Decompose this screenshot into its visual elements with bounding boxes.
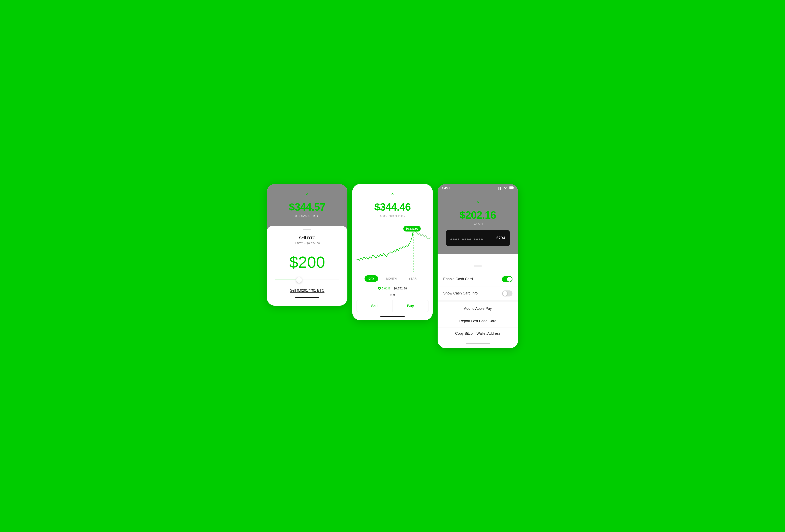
slider-track[interactable] bbox=[275, 280, 339, 281]
location-icon: ✈ bbox=[449, 187, 451, 189]
home-indicator-2 bbox=[380, 316, 405, 317]
add-to-apple-pay-row[interactable]: Add to Apple Pay bbox=[437, 302, 518, 315]
page-dot-2 bbox=[393, 294, 395, 296]
current-price: $6,852.38 bbox=[394, 287, 407, 290]
card-dot-group-3 bbox=[474, 239, 483, 240]
cash-card-header: 9:43 ✈ ▌▌ ^ $202.16 CASH bbox=[437, 184, 518, 254]
sell-button[interactable]: Sell bbox=[356, 300, 392, 312]
screens-container: ^ $344.57 0.05026901 BTC Sell BTC 1 BTC … bbox=[262, 184, 523, 348]
status-icons: ▌▌ bbox=[499, 186, 514, 190]
page-dot-1 bbox=[390, 294, 392, 296]
time-selector: DAY MONTH YEAR bbox=[352, 272, 433, 285]
wifi-icon bbox=[504, 186, 507, 190]
card-dot bbox=[464, 239, 466, 240]
cash-amount: $202.16 bbox=[441, 209, 514, 221]
cash-card-menu: Enable Cash Card Show Cash Card Info Add… bbox=[437, 262, 518, 348]
card-last-digits: 6794 bbox=[496, 236, 505, 240]
screen-sell-btc: ^ $344.57 0.05026901 BTC Sell BTC 1 BTC … bbox=[267, 184, 348, 306]
up-arrow-icon: ▲ bbox=[378, 287, 381, 290]
chart-tooltip: $6,637.92 bbox=[403, 226, 421, 232]
status-time: 9:43 ✈ bbox=[441, 186, 451, 190]
btc-dollar-value: $344.57 bbox=[271, 201, 344, 213]
cash-label: CASH bbox=[441, 222, 514, 226]
card-dot bbox=[476, 239, 478, 240]
menu-divider-1 bbox=[437, 301, 518, 302]
btc-amount-display: 0.05026901 BTC bbox=[271, 214, 344, 218]
card-dot bbox=[474, 239, 476, 240]
card-dot bbox=[479, 239, 480, 240]
drag-handle[interactable] bbox=[303, 229, 311, 230]
signal-icon: ▌▌ bbox=[499, 187, 502, 190]
time-btn-month[interactable]: MONTH bbox=[382, 275, 401, 282]
btc-balance-header: ^ $344.57 0.05026901 BTC bbox=[267, 184, 348, 230]
home-indicator bbox=[295, 297, 319, 298]
time-btn-day[interactable]: DAY bbox=[364, 275, 378, 282]
enable-cash-card-label: Enable Cash Card bbox=[443, 277, 473, 281]
home-indicator-3 bbox=[466, 343, 490, 344]
sell-buy-bar: Sell Buy bbox=[356, 300, 429, 312]
report-lost-cash-card-row[interactable]: Report Lost Cash Card bbox=[437, 315, 518, 327]
enable-cash-card-row[interactable]: Enable Cash Card bbox=[437, 272, 518, 286]
btc-chart-btc-amount: 0.05026901 BTC bbox=[356, 214, 429, 218]
card-dot bbox=[467, 239, 469, 240]
svg-rect-4 bbox=[509, 187, 513, 189]
slider-fill bbox=[275, 280, 300, 281]
btc-chart-dollar-value: $344.46 bbox=[356, 201, 429, 213]
card-dot-group-2 bbox=[462, 239, 471, 240]
battery-icon bbox=[509, 186, 514, 190]
card-number-dots bbox=[451, 239, 484, 240]
amount-slider-container bbox=[273, 280, 341, 281]
card-dot bbox=[458, 239, 459, 240]
sell-title: Sell BTC bbox=[273, 236, 341, 240]
copy-bitcoin-wallet-row[interactable]: Copy Bitcoin Wallet Address bbox=[437, 327, 518, 340]
sell-sheet: Sell BTC 1 BTC = $6,854.50 $200 Sell 0.0… bbox=[267, 226, 348, 306]
btc-chart-area: $6,637.92 bbox=[352, 224, 433, 272]
time-btn-year[interactable]: YEAR bbox=[405, 275, 421, 282]
buy-button[interactable]: Buy bbox=[393, 300, 429, 312]
card-dot-group-1 bbox=[451, 239, 459, 240]
chart-stats: ▲ 5.01% $6,852.38 bbox=[352, 285, 433, 292]
show-cash-card-info-row[interactable]: Show Cash Card Info bbox=[437, 286, 518, 301]
btc-chart-header: ^ $344.46 0.05026901 BTC bbox=[352, 184, 433, 224]
show-cash-card-info-toggle[interactable] bbox=[502, 290, 512, 296]
svg-text:▲: ▲ bbox=[379, 287, 380, 289]
card-dot bbox=[453, 239, 455, 240]
chevron-up-icon[interactable]: ^ bbox=[271, 192, 344, 198]
screen-cash-card: 9:43 ✈ ▌▌ ^ $202.16 CASH bbox=[437, 184, 518, 348]
sell-dollar-amount: $200 bbox=[273, 253, 341, 271]
enable-cash-card-toggle[interactable] bbox=[502, 276, 512, 282]
card-dot bbox=[481, 239, 483, 240]
screen-chart: ^ $344.46 0.05026901 BTC $6,637.92 DAY M… bbox=[352, 184, 433, 320]
chevron-up-icon-2[interactable]: ^ bbox=[356, 192, 429, 198]
sell-btc-label: Sell 0.02917791 BTC bbox=[273, 288, 341, 293]
change-pct: ▲ 5.01% bbox=[378, 287, 390, 290]
card-dot bbox=[455, 239, 457, 240]
chevron-up-icon-3[interactable]: ^ bbox=[441, 200, 514, 207]
btc-rate: 1 BTC = $6,854.50 bbox=[273, 242, 341, 245]
show-cash-card-info-label: Show Cash Card Info bbox=[443, 291, 478, 295]
card-dot bbox=[462, 239, 464, 240]
drag-handle-3[interactable] bbox=[474, 266, 482, 266]
card-dot bbox=[451, 239, 452, 240]
status-bar: 9:43 ✈ ▌▌ bbox=[437, 184, 518, 192]
page-dots bbox=[352, 292, 433, 298]
cash-card-visual: 6794 bbox=[446, 230, 510, 246]
card-dot bbox=[470, 239, 471, 240]
slider-thumb[interactable] bbox=[296, 277, 302, 283]
